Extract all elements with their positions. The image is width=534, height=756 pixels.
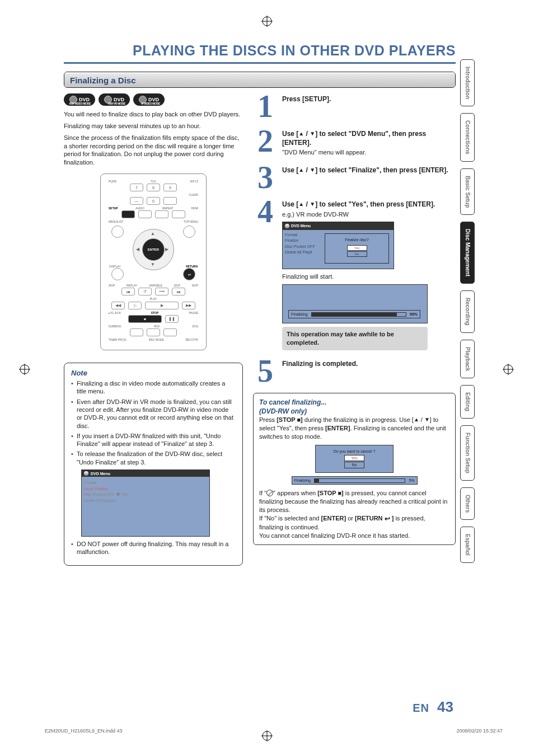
dvd-menu-finalize-screenshot: DVD Menu Format Finalize Disc Protect OF… bbox=[282, 222, 394, 269]
note-item: Finalizing a disc in video mode automati… bbox=[71, 379, 236, 396]
remote-label-topmenu: TOP MENU bbox=[184, 220, 198, 223]
popup-no: No bbox=[344, 462, 364, 468]
remote-label-dvd: DVD bbox=[192, 325, 198, 328]
step-5-text: Finalizing is completed. bbox=[282, 360, 358, 368]
note-title: Note bbox=[71, 369, 236, 377]
badge-sub: -RW VIDEO MODE bbox=[69, 102, 91, 105]
badge-sub: -RW VR MODE bbox=[108, 102, 125, 105]
remote-key-play: ▷ bbox=[128, 302, 142, 309]
remote-key-blank2 bbox=[163, 197, 177, 205]
progress-label: Finalizing bbox=[294, 478, 311, 483]
remote-key-hdd bbox=[147, 328, 160, 336]
cancel-p3: If "No" is selected and [ENTER] or [RETU… bbox=[259, 514, 449, 532]
remote-label-pause: PAUSE bbox=[189, 311, 198, 314]
arrow-down-icon: ▼ bbox=[310, 130, 315, 138]
tab-introduction[interactable]: Introduction bbox=[460, 59, 475, 106]
progress-bar: Finalizing 90% bbox=[288, 310, 420, 318]
disc-icon bbox=[84, 471, 88, 476]
tab-espanol[interactable]: Español bbox=[460, 527, 475, 563]
popup-yes: Yes bbox=[347, 245, 367, 251]
remote-label-skip: SKIP bbox=[109, 284, 115, 287]
registration-mark bbox=[261, 16, 273, 27]
section-heading-label: Finalizing a Disc bbox=[64, 72, 455, 87]
page-title: PLAYING THE DISCS IN OTHER DVD PLAYERS bbox=[64, 43, 456, 64]
progress-screenshot: Finalizing 90% bbox=[282, 284, 428, 323]
arrow-up-icon: ▲ bbox=[298, 130, 304, 138]
popup-no: No bbox=[347, 251, 367, 257]
menu-row-protect-label: Disc Protect OFF bbox=[84, 492, 114, 496]
remote-label-replay: REPLAY bbox=[127, 284, 137, 287]
remote-label-hdd: HDD bbox=[154, 325, 160, 328]
menu-row-delete: Delete All Playlists bbox=[84, 498, 128, 504]
popup-question: Finalize disc? bbox=[330, 237, 384, 242]
tab-others[interactable]: Others bbox=[460, 487, 475, 520]
page-number: EN43 bbox=[413, 698, 453, 716]
step-1-text: Press [SETUP]. bbox=[282, 95, 331, 103]
remote-label-tuv: TUV bbox=[151, 180, 156, 183]
remote-key-skipfwd: ⏭ bbox=[172, 288, 185, 295]
tab-playback[interactable]: Playback bbox=[460, 340, 475, 378]
registration-mark bbox=[503, 364, 514, 375]
footer-left: E2M20UD_H2160SL9_EN.indd 43 bbox=[45, 728, 123, 734]
side-tabs: Introduction Connections Basic Setup Dis… bbox=[460, 59, 475, 563]
remote-label-audio: AUDIO bbox=[135, 206, 144, 210]
menu-row-format: Format bbox=[84, 480, 128, 486]
note-box: Note Finalizing a disc in video mode aut… bbox=[64, 363, 243, 566]
remote-label-skip3: SKIP bbox=[192, 284, 198, 287]
step-4-eg: e.g.) VR mode DVD-RW bbox=[282, 210, 456, 219]
tab-disc-management[interactable]: Disc Management bbox=[460, 222, 475, 284]
cancel-p1: Press [STOP ■] during the finalizing is … bbox=[259, 416, 449, 441]
badge-dvd-rw-video: DVD -RW VIDEO MODE bbox=[64, 93, 95, 106]
remote-enter-button: ENTER bbox=[142, 238, 165, 261]
remote-key-replay: ↺ bbox=[138, 288, 152, 295]
remote-nav-wheel: DISPLAY RETURN ↩ ENTER ▲ ▼ ◀ ▶ bbox=[111, 226, 195, 276]
disc-badges: DVD -RW VIDEO MODE DVD -RW VR MODE DVD -… bbox=[64, 93, 243, 106]
step-number: 2 bbox=[253, 128, 278, 157]
cancel-p4: You cannot cancel finalizing DVD-R once … bbox=[259, 532, 449, 540]
intro-text-3: Since the process of the finalization fi… bbox=[64, 134, 243, 167]
remote-label-x13: ▸X1.3/0.8 bbox=[109, 311, 121, 314]
tab-connections[interactable]: Connections bbox=[460, 113, 475, 162]
arrow-up-icon: ▲ bbox=[298, 200, 304, 208]
remote-label-pqrs: PQRS bbox=[109, 180, 116, 183]
cancel-progress-bar: Finalizing 5% bbox=[292, 476, 418, 485]
remote-label-skip2: SKIP bbox=[174, 284, 180, 287]
dvd-menu-title: DVD Menu bbox=[91, 472, 110, 476]
section-heading: Finalizing a Disc bbox=[64, 72, 456, 88]
note-item: To release the finalization of the DVD-R… bbox=[71, 450, 236, 466]
cancel-popup: Do you want to cancel ? Yes No bbox=[315, 445, 394, 472]
remote-key-0: 0 bbox=[147, 197, 160, 205]
step-number: 1 bbox=[253, 93, 278, 120]
step-2-sub: "DVD Menu" menu will appear. bbox=[282, 148, 456, 157]
remote-key-rew: ◀◀ bbox=[111, 302, 125, 309]
remote-label-setup: SETUP bbox=[109, 206, 118, 210]
remote-key-pause: ❚❚ bbox=[165, 315, 179, 323]
arrow-down-icon: ▼ bbox=[424, 416, 430, 424]
remote-label-menulist: MENU/LIST bbox=[109, 220, 124, 223]
step-number: 3 bbox=[253, 165, 278, 191]
cancel-finalizing-box: To cancel finalizing... (DVD-RW only) Pr… bbox=[253, 393, 456, 545]
remote-label-variable: VARIABLE bbox=[149, 284, 162, 287]
menu-row-undo-finalize: Undo Finalize bbox=[84, 486, 128, 492]
intro-text-1: You will need to finalize discs to play … bbox=[64, 110, 243, 119]
page-number-lang: EN bbox=[413, 702, 429, 714]
arrow-up-icon: ▲ bbox=[414, 416, 419, 424]
step-4: 4 Use [▲ / ▼] to select "Yes", then pres… bbox=[253, 199, 456, 350]
step-3: 3 Use [▲ / ▼] to select "Finalize", then… bbox=[253, 165, 456, 191]
remote-label-display: DISPLAY bbox=[109, 265, 121, 268]
tab-recording[interactable]: Recording bbox=[460, 290, 475, 332]
tab-basic-setup[interactable]: Basic Setup bbox=[460, 168, 475, 215]
menu-row-protect: Disc Protect OFF ON bbox=[84, 492, 128, 498]
page-number-value: 43 bbox=[437, 698, 453, 715]
remote-key-blank: — bbox=[130, 197, 143, 205]
tab-editing[interactable]: Editing bbox=[460, 385, 475, 419]
remote-key-dubbing bbox=[130, 328, 143, 336]
step-5: 5 Finalizing is completed. bbox=[253, 358, 456, 385]
remote-key-hdmi bbox=[172, 210, 185, 218]
page-footer: E2M20UD_H2160SL9_EN.indd 43 2008/02/20 1… bbox=[45, 728, 503, 734]
remote-key-repeat bbox=[155, 210, 168, 218]
remote-label-recmode: REC MODE bbox=[149, 338, 164, 341]
tab-function-setup[interactable]: Function Setup bbox=[460, 425, 475, 481]
cancel-screenshot: Do you want to cancel ? Yes No Finalizin… bbox=[292, 445, 418, 485]
remote-control-illustration: PQRSTUVWXYZ 7 8 9 CLEAR — 0 SETUP AUDIO … bbox=[100, 173, 207, 350]
